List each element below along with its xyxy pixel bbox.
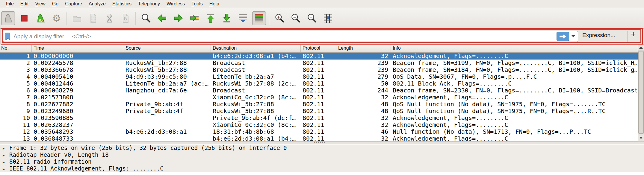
packet-source-cell: RuckusWi_5b:27:88 — [126, 66, 211, 73]
menu-item-view[interactable]: View — [32, 0, 49, 8]
colorize-icon — [254, 13, 264, 24]
packet-row[interactable]: 120.035648293b4:e6:2d:d3:08:a118:31:bf:4… — [0, 128, 638, 135]
column-divider[interactable] — [391, 45, 391, 52]
packet-row[interactable]: 10.000000000b4:e6:2d:d3:08:a1 (b4:…802.1… — [0, 53, 638, 60]
go-back-button[interactable] — [155, 11, 169, 25]
svg-text:↻: ↻ — [123, 16, 128, 22]
filter-history-caret-icon[interactable] — [572, 35, 575, 37]
expander-triangle-icon[interactable]: ▶ — [0, 166, 9, 173]
detail-row[interactable]: ▶Radiotap Header v0, Length 18 — [0, 151, 644, 158]
menu-item-statistics[interactable]: Statistics — [109, 0, 135, 8]
column-header-source[interactable]: Source — [126, 45, 141, 51]
packet-row[interactable]: 60.006068279Hangzhou_cd:7a:6eBroadcast80… — [0, 87, 638, 94]
go-to-top-button[interactable] — [204, 11, 217, 25]
expander-triangle-icon[interactable]: ▶ — [0, 159, 9, 166]
column-header-dest[interactable]: Destination — [213, 45, 237, 51]
svg-text:0011: 0011 — [91, 20, 96, 22]
zoom-in-icon: + — [274, 13, 285, 24]
packet-row[interactable]: 110.026328237XiaomiCo_0c:32:c0 (8c:…802.… — [0, 121, 638, 128]
packet-protocol-cell: 802.11 — [303, 60, 335, 66]
packet-row[interactable]: 40.00400541094:d9:b3:99:c5:80LiteonTe_bb… — [0, 73, 638, 80]
column-header-proto[interactable]: Protocol — [303, 45, 320, 51]
packet-no-cell: 7 — [0, 94, 30, 101]
column-header-info[interactable]: Info — [393, 45, 401, 51]
packet-destination-cell: 18:31:bf:4b:8b:68 — [213, 128, 300, 135]
up-arrow-icon — [639, 46, 643, 49]
go-to-packet-button[interactable] — [188, 11, 201, 25]
capture-options-button[interactable]: ⚙ — [50, 11, 64, 25]
menu-item-telephony[interactable]: Telephony — [135, 0, 163, 8]
pane-splitter[interactable]: •••••• — [0, 141, 644, 144]
resize-columns-button[interactable] — [321, 11, 335, 25]
zoom-reset-button[interactable]: = — [305, 11, 319, 25]
packet-time-cell: 0.023249680 — [34, 108, 123, 115]
packet-time-cell: 0.026328237 — [34, 121, 123, 128]
packet-no-cell: 11 — [0, 121, 30, 128]
column-divider[interactable] — [123, 45, 123, 52]
packet-row[interactable]: 20.002245578RuckusWi_1b:27:88Broadcast80… — [0, 60, 638, 66]
column-header-no[interactable]: No. — [1, 45, 9, 51]
menu-item-edit[interactable]: Edit — [17, 0, 32, 8]
packet-length-cell: 32 — [336, 135, 388, 141]
packet-row[interactable]: 80.022677882Private_9b:ab:4fRuckusWi_5b:… — [0, 101, 638, 108]
menu-item-file[interactable]: File — [3, 0, 17, 8]
stop-capture-button[interactable] — [17, 11, 31, 25]
detail-row[interactable]: ▶IEEE 802.11 Acknowledgement, Flags: ...… — [0, 165, 644, 172]
scrollbar-up-button[interactable] — [638, 44, 644, 51]
auto-scroll-button[interactable] — [236, 11, 250, 25]
display-filter-input[interactable]: Apply a display filter ... <Ctrl-/> — [3, 31, 578, 42]
apply-filter-button[interactable] — [557, 32, 569, 41]
column-header-time[interactable]: Time — [34, 45, 44, 51]
expression-button[interactable]: Expression... — [582, 32, 615, 39]
expander-triangle-icon[interactable]: ▶ — [0, 152, 9, 159]
zoom-out-button[interactable]: − — [289, 11, 303, 25]
svg-text:0110: 0110 — [91, 18, 96, 20]
packet-time-cell: 0.002245578 — [34, 60, 123, 66]
zoom-in-button[interactable]: + — [273, 11, 286, 25]
colorize-button[interactable] — [252, 11, 266, 25]
packet-row[interactable]: 50.004012446LiteonTe_bb:2a:a7 (ac:…Rucku… — [0, 80, 638, 87]
packet-row[interactable]: 70.021573808XiaomiCo_0c:32:c0 (8c:…802.1… — [0, 94, 638, 101]
packet-row[interactable]: 100.023590885Private_9b:ab:4f (dc:f…802.… — [0, 115, 638, 121]
column-divider[interactable] — [211, 45, 211, 52]
open-file-button — [70, 11, 84, 25]
column-divider[interactable] — [31, 45, 32, 52]
column-divider[interactable] — [336, 45, 336, 52]
packet-destination-cell: RuckusWi_5b:27:88 (2c:… — [213, 80, 300, 87]
menu-item-capture[interactable]: Capture — [62, 0, 85, 8]
packet-list-scrollbar[interactable] — [638, 44, 644, 141]
menu-item-help[interactable]: Help — [206, 0, 223, 8]
packet-length-cell: 48 — [336, 108, 388, 115]
packet-destination-cell: RuckusWi_5b:27:88 — [213, 101, 300, 108]
column-header-len[interactable]: Length — [338, 45, 353, 51]
filter-bookmark-icon[interactable] — [5, 33, 10, 40]
go-forward-button[interactable] — [171, 11, 185, 25]
detail-row[interactable]: ▶Frame 1: 32 bytes on wire (256 bits), 3… — [0, 144, 644, 151]
column-divider[interactable] — [300, 45, 301, 52]
start-capture-button[interactable] — [1, 11, 15, 25]
scrollbar-down-button[interactable] — [638, 135, 644, 141]
add-filter-button[interactable]: + — [631, 29, 636, 39]
packet-source-cell: 94:d9:b3:99:c5:80 — [126, 73, 211, 80]
menu-item-go[interactable]: Go — [49, 0, 62, 8]
packet-protocol-cell: 802.11 — [303, 108, 335, 115]
packet-row[interactable]: 30.003366678RuckusWi_5b:27:88Broadcast80… — [0, 66, 638, 73]
packet-length-cell: 32 — [336, 94, 388, 101]
detail-row[interactable]: ▶802.11 radio information — [0, 158, 644, 165]
zoom-reset-icon: = — [306, 13, 317, 24]
go-to-bottom-button[interactable] — [220, 11, 234, 25]
menu-item-wireless[interactable]: Wireless — [163, 0, 188, 8]
scrollbar-thumb[interactable] — [638, 51, 644, 134]
expander-triangle-icon[interactable]: ▶ — [0, 145, 9, 152]
menu-item-tools[interactable]: Tools — [188, 0, 206, 8]
find-packet-button[interactable] — [139, 11, 153, 25]
go-to-packet-icon — [189, 13, 200, 24]
capture-options-icon: ⚙ — [51, 13, 62, 24]
packet-info-cell: QoS Null function (No data), SN=1975, FN… — [393, 101, 637, 108]
menu-item-analyze[interactable]: Analyze — [85, 0, 109, 8]
packet-protocol-cell: 802.11 — [303, 121, 335, 128]
packet-info-cell: Acknowledgement, Flags=........C — [393, 135, 637, 141]
packet-row[interactable]: 90.023249680Private_9b:ab:4fRuckusWi_5b:… — [0, 108, 638, 115]
packet-time-cell: 0.036848733 — [34, 135, 123, 141]
restart-capture-button[interactable]: ↻ — [34, 11, 47, 25]
